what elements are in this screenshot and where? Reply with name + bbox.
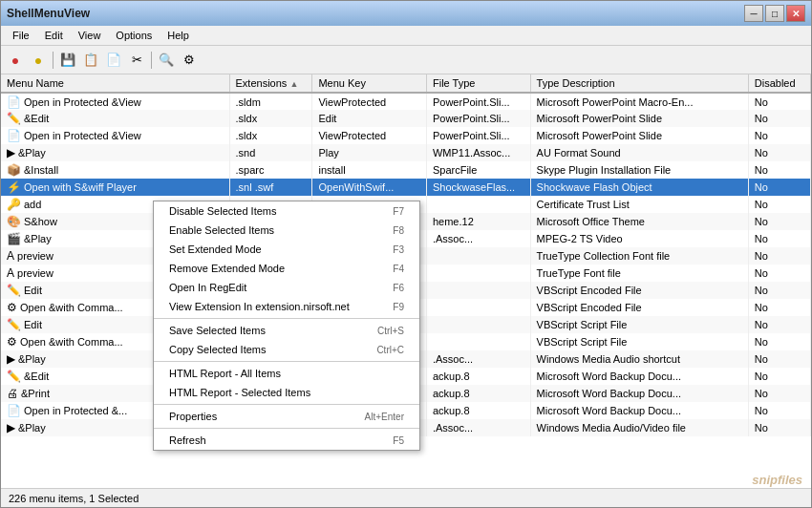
cell-disabled: No [748,93,810,110]
context-menu-label: Copy Selected Items [169,344,267,355]
cell-extensions: .sldx [229,127,312,144]
col-menu-key[interactable]: Menu Key [312,74,427,93]
cell-type-description: Microsoft PowerPoint Slide [530,127,748,144]
cell-menu-name: ⚡Open with S&wiff Player [1,179,229,196]
table-row[interactable]: ✏️&Edit .sldxEditPowerPoint.Sli...Micros… [1,110,811,127]
cell-disabled: No [748,144,810,161]
toolbar: ● ● 💾 📋 📄 ✂ 🔍 ⚙ [1,46,811,74]
row-icon: A [7,266,14,280]
context-menu-item[interactable]: HTML Report - All Items [154,364,419,383]
context-menu-shortcut: F5 [393,435,404,446]
table-row[interactable]: 📄Open in Protected &View .sldmViewProtec… [1,93,811,110]
col-type-description[interactable]: Type Description [530,74,748,93]
cell-menu-key: Play [312,144,427,161]
row-icon: ▶ [7,421,15,434]
row-icon: ⚙ [7,301,17,314]
context-menu-label: Disable Selected Items [169,205,277,217]
row-icon: ⚡ [7,180,21,194]
context-menu-item[interactable]: Disable Selected ItemsF7 [154,201,419,221]
menu-file[interactable]: File [5,28,37,43]
context-menu-separator [154,428,419,429]
close-button[interactable]: ✕ [786,5,805,22]
table-row[interactable]: ▶&Play .sndPlayWMP11.Assoc...AU Format S… [1,144,811,161]
window-title: ShellMenuView [7,7,90,20]
context-menu-item[interactable]: Copy Selected ItemsCtrl+C [154,340,419,359]
cell-type-description: Microsoft PowerPoint Slide [530,110,748,127]
cell-type-description: Microsoft Office Theme [530,213,748,230]
cell-file-type [426,282,530,299]
title-bar: ShellMenuView ─ □ ✕ [1,1,811,26]
row-icon: ▶ [7,352,15,366]
row-icon: ✏️ [7,318,21,331]
col-extensions[interactable]: Extensions ▲ [229,74,312,93]
context-menu-item[interactable]: View Extension In extension.nirsoft.netF… [154,297,419,316]
save-btn[interactable]: 💾 [57,50,78,71]
cell-extensions: .snd [229,144,312,161]
context-menu-label: Set Extended Mode [169,243,262,255]
cell-file-type [426,316,530,333]
row-icon: A [7,249,14,263]
context-menu-item[interactable]: HTML Report - Selected Items [154,383,419,402]
row-icon: ✏️ [7,284,21,297]
context-menu-shortcut: Ctrl+C [376,345,404,355]
cell-menu-key: ViewProtected [312,127,427,144]
search-icon: 🔍 [159,53,174,67]
cell-extensions: .sparc [229,161,312,179]
context-menu-item[interactable]: Set Extended ModeF3 [154,240,419,259]
context-menu-item[interactable]: PropertiesAlt+Enter [154,407,419,426]
cell-extensions: .snl .swf [229,179,312,196]
cell-disabled: No [748,282,810,299]
cell-disabled: No [748,110,810,127]
context-menu-item[interactable]: Save Selected ItemsCtrl+S [154,321,419,340]
cell-file-type [426,196,530,213]
context-menu-item[interactable]: Enable Selected ItemsF8 [154,221,419,240]
row-icon: 📄 [7,404,21,417]
find-btn[interactable]: 🔍 [156,50,177,71]
traffic-yellow-btn[interactable]: ● [28,50,49,71]
cell-file-type: PowerPoint.Sli... [426,110,530,127]
minimize-button[interactable]: ─ [744,5,763,22]
table-row[interactable]: ⚡Open with S&wiff Player .snl .swfOpenWi… [1,179,811,196]
red-circle-icon: ● [11,53,19,68]
col-menu-name[interactable]: Menu Name [1,74,229,93]
cell-menu-key: Edit [312,110,427,127]
cell-type-description: Microsoft PowerPoint Macro-En... [530,93,748,110]
yellow-circle-icon: ● [34,53,42,68]
menu-view[interactable]: View [71,28,109,43]
menu-edit[interactable]: Edit [37,28,71,43]
cell-disabled: No [748,368,810,385]
cell-type-description: MPEG-2 TS Video [530,230,748,247]
row-icon: ✏️ [7,370,21,383]
cell-type-description: AU Format Sound [530,144,748,161]
maximize-button[interactable]: □ [765,5,784,22]
cell-menu-name: ✏️&Edit [1,110,229,127]
col-disabled[interactable]: Disabled [748,74,810,93]
cell-file-type: .Assoc... [426,419,530,436]
menu-options[interactable]: Options [108,28,160,43]
cell-disabled: No [748,265,810,282]
cell-disabled: No [748,127,810,144]
context-menu-item[interactable]: Open In RegEditF6 [154,278,419,297]
cell-menu-name: 📦&Install [1,161,229,179]
cell-type-description: TrueType Collection Font file [530,247,748,265]
col-file-type[interactable]: File Type [426,74,530,93]
cell-disabled: No [748,299,810,316]
row-icon: 🎨 [7,215,21,228]
table-row[interactable]: 📄Open in Protected &View .sldxViewProtec… [1,127,811,144]
menu-help[interactable]: Help [160,28,197,43]
cell-file-type: PowerPoint.Sli... [426,127,530,144]
row-icon: 📦 [7,163,21,177]
context-menu-label: Enable Selected Items [169,224,274,236]
traffic-red-btn[interactable]: ● [5,50,26,71]
cell-menu-key: OpenWithSwif... [312,179,427,196]
cut-btn[interactable]: ✂ [126,50,147,71]
context-menu-item[interactable]: Remove Extended ModeF4 [154,259,419,278]
cell-disabled: No [748,247,810,265]
properties-btn[interactable]: ⚙ [179,50,200,71]
context-menu-item[interactable]: RefreshF5 [154,431,419,450]
paste-btn[interactable]: 📄 [103,50,124,71]
table-row[interactable]: 📦&Install .sparcinstallSparcFileSkype Pl… [1,161,811,179]
cell-file-type: SparcFile [426,161,530,179]
copy-btn[interactable]: 📋 [80,50,101,71]
save-icon: 💾 [60,53,75,67]
